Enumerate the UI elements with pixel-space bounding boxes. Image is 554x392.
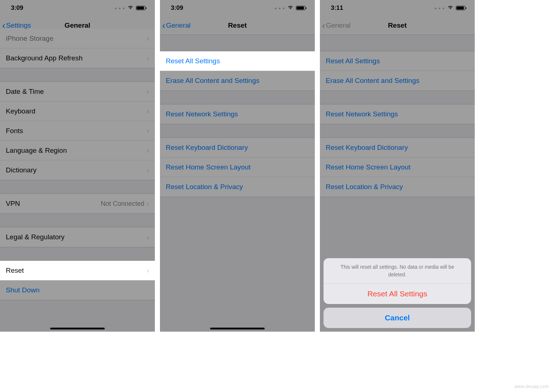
row-erase-all-content[interactable]: Erase All Content and Settings (160, 71, 315, 91)
action-sheet: This will reset all settings. No data or… (324, 258, 471, 328)
wifi-icon (127, 4, 134, 12)
row-label: Reset Location & Privacy (166, 183, 243, 191)
row-label: Shut Down (6, 286, 40, 294)
chevron-right-icon: › (146, 266, 149, 275)
action-sheet-reset-button[interactable]: Reset All Settings (324, 284, 471, 304)
back-label: General (326, 21, 351, 29)
chevron-left-icon: ‹ (162, 21, 165, 30)
back-button[interactable]: ‹ General (160, 21, 190, 30)
status-time: 3:09 (171, 4, 183, 12)
row-background-app-refresh[interactable]: Background App Refresh › (0, 48, 155, 68)
row-reset-network-settings[interactable]: Reset Network Settings (320, 104, 475, 124)
status-time: 3:11 (331, 4, 343, 12)
row-label: Legal & Regulatory (6, 233, 65, 241)
reset-list: Reset All Settings Erase All Content and… (320, 51, 475, 197)
chevron-right-icon: › (146, 166, 149, 175)
home-indicator[interactable] (210, 328, 265, 329)
nav-bar: ‹ General Reset (160, 16, 315, 35)
recording-dots-icon: ● ● ● (274, 6, 285, 10)
recording-dots-icon: ● ● ● (115, 6, 125, 10)
row-label: Reset All Settings (326, 57, 380, 65)
row-reset-keyboard-dictionary[interactable]: Reset Keyboard Dictionary (160, 138, 315, 157)
row-label: Reset Network Settings (166, 110, 238, 118)
battery-icon (296, 6, 305, 10)
status-bar: 3:09 ● ● ● (160, 0, 315, 16)
wifi-icon (447, 4, 454, 12)
screen-reset: 3:09 ● ● ● ‹ General Reset Reset All Set… (160, 0, 315, 332)
row-keyboard[interactable]: Keyboard › (0, 101, 155, 121)
row-reset[interactable]: Reset › (0, 261, 155, 280)
row-label: Background App Refresh (6, 54, 83, 62)
row-label: Reset Keyboard Dictionary (326, 144, 408, 152)
chevron-right-icon: › (146, 107, 149, 115)
back-label: General (166, 21, 191, 29)
battery-icon (456, 6, 465, 10)
screen-general: 3:09 ● ● ● ‹ Settings General iPhone Sto… (0, 0, 155, 332)
chevron-left-icon: ‹ (322, 21, 325, 30)
row-label: iPhone Storage (6, 35, 53, 43)
row-iphone-storage[interactable]: iPhone Storage › (0, 29, 155, 48)
recording-dots-icon: ● ● ● (434, 6, 445, 10)
nav-bar: ‹ General Reset (320, 16, 475, 35)
row-label: Reset Keyboard Dictionary (166, 144, 248, 152)
row-reset-home-screen-layout[interactable]: Reset Home Screen Layout (160, 157, 315, 177)
row-label: Keyboard (6, 107, 35, 115)
row-label: Reset Home Screen Layout (166, 163, 250, 171)
chevron-right-icon: › (146, 146, 149, 155)
chevron-right-icon: › (146, 127, 149, 135)
watermark: www.deuaq.com (514, 384, 549, 389)
row-reset-all-settings[interactable]: Reset All Settings (160, 51, 315, 71)
row-language-region[interactable]: Language & Region › (0, 141, 155, 160)
action-sheet-cancel-button[interactable]: Cancel (324, 308, 471, 328)
row-shut-down[interactable]: Shut Down (0, 280, 155, 300)
row-label: Reset Location & Privacy (326, 183, 403, 191)
chevron-right-icon: › (146, 34, 149, 43)
row-label: Reset (6, 267, 24, 275)
chevron-right-icon: › (146, 200, 149, 208)
row-reset-network-settings[interactable]: Reset Network Settings (160, 104, 315, 124)
chevron-right-icon: › (146, 54, 149, 63)
status-bar: 3:09 ● ● ● (0, 0, 155, 16)
row-label: Language & Region (6, 147, 67, 155)
status-time: 3:09 (11, 4, 23, 12)
row-reset-location-privacy[interactable]: Reset Location & Privacy (160, 177, 315, 197)
screen-reset-confirm: 3:11 ● ● ● ‹ General Reset Reset All Set… (320, 0, 475, 332)
row-dictionary[interactable]: Dictionary › (0, 160, 155, 180)
row-label: Erase All Content and Settings (326, 77, 419, 85)
row-label: Fonts (6, 127, 23, 135)
row-reset-home-screen-layout[interactable]: Reset Home Screen Layout (320, 157, 475, 177)
reset-list[interactable]: Reset All Settings Erase All Content and… (160, 51, 315, 197)
row-label: Reset Home Screen Layout (326, 163, 410, 171)
row-label: VPN (6, 200, 20, 208)
row-vpn[interactable]: VPN Not Connected › (0, 194, 155, 213)
row-reset-all-settings[interactable]: Reset All Settings (320, 51, 475, 71)
row-value: Not Connected (101, 200, 146, 208)
row-reset-location-privacy[interactable]: Reset Location & Privacy (320, 177, 475, 197)
wifi-icon (287, 4, 294, 12)
settings-list[interactable]: iPhone Storage › Background App Refresh … (0, 28, 155, 300)
row-date-time[interactable]: Date & Time › (0, 82, 155, 101)
row-label: Reset All Settings (166, 57, 220, 65)
row-fonts[interactable]: Fonts › (0, 121, 155, 141)
status-bar: 3:11 ● ● ● (320, 0, 475, 16)
row-reset-keyboard-dictionary[interactable]: Reset Keyboard Dictionary (320, 138, 475, 157)
chevron-right-icon: › (146, 87, 149, 96)
action-sheet-message: This will reset all settings. No data or… (324, 258, 471, 284)
row-erase-all-content[interactable]: Erase All Content and Settings (320, 71, 475, 91)
home-indicator[interactable] (50, 328, 105, 329)
back-label: Settings (6, 21, 31, 29)
row-label: Date & Time (6, 88, 44, 96)
row-label: Dictionary (6, 166, 36, 174)
battery-icon (136, 6, 145, 10)
back-button: ‹ General (320, 21, 350, 30)
row-label: Reset Network Settings (326, 110, 398, 118)
row-label: Erase All Content and Settings (166, 77, 260, 85)
row-legal-regulatory[interactable]: Legal & Regulatory › (0, 227, 155, 247)
action-sheet-card: This will reset all settings. No data or… (324, 258, 471, 304)
chevron-right-icon: › (146, 233, 149, 241)
